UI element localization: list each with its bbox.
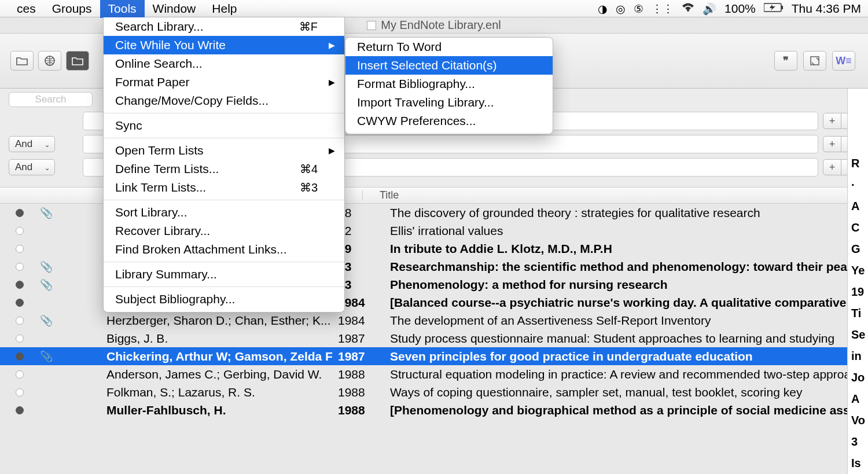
attachment-icon: 📎 <box>29 278 64 291</box>
read-status-icon[interactable] <box>16 388 24 396</box>
menu-item[interactable]: Return To Word <box>345 38 553 56</box>
read-status-icon[interactable] <box>16 263 24 271</box>
cell-author: Anderson, James C.; Gerbing, David W. <box>106 368 338 381</box>
cell-author: Chickering, Arthur W; Gamson, Zelda F <box>106 350 338 363</box>
menu-item[interactable]: Cite While You Write▶ <box>104 36 344 54</box>
read-status-icon[interactable] <box>16 209 24 217</box>
attachment-icon: 📎 <box>29 260 64 273</box>
table-row[interactable]: 📎Chickering, Arthur W; Gamson, Zelda F19… <box>0 347 868 365</box>
menu-item[interactable]: Sync <box>104 116 344 135</box>
tools-menu: Search Library...⌘FCite While You Write▶… <box>103 17 345 313</box>
preview-label: Ye <box>851 263 865 278</box>
cwyw-submenu: Return To WordInsert Selected Citation(s… <box>345 37 553 134</box>
add-row-button[interactable]: + <box>823 113 841 129</box>
menubar-window[interactable]: Window <box>145 0 204 18</box>
insert-citation-button[interactable]: ❞ <box>774 51 797 71</box>
attachment-icon: 📎 <box>29 314 64 327</box>
table-row[interactable]: Biggs, J. B.1987Study process questionna… <box>0 329 868 347</box>
cell-year: 1987 <box>338 350 373 363</box>
integrated-mode-button[interactable] <box>66 51 89 71</box>
cell-title: Structural equation modeling in practice… <box>390 368 868 381</box>
cell-author: Biggs, J. B. <box>106 332 338 346</box>
add-row-button[interactable]: + <box>823 136 841 152</box>
menu-item[interactable]: Link Term Lists...⌘3 <box>104 178 344 197</box>
preview-label: A <box>851 391 865 407</box>
table-row[interactable]: Muller-Fahlbusch, H.1988[Phenomenology a… <box>0 401 868 419</box>
preview-label: C <box>851 220 865 236</box>
attachment-icon: 📎 <box>29 350 64 363</box>
table-row[interactable]: 📎Herzberger, Sharon D.; Chan, Esther; K.… <box>0 311 868 329</box>
read-status-icon[interactable] <box>16 281 24 289</box>
cell-author: Muller-Fahlbusch, H. <box>106 403 338 417</box>
clock[interactable]: Thu 4:36 PM <box>792 2 861 16</box>
shield-icon[interactable]: ⑤ <box>634 2 643 16</box>
volume-icon[interactable]: 🔊 <box>703 2 716 16</box>
bool-selector[interactable]: And <box>9 136 55 152</box>
cell-title: Ellis' irrational values <box>390 224 868 238</box>
table-row[interactable]: Folkman, S.; Lazarus, R. S.1988Ways of c… <box>0 383 868 401</box>
menu-item[interactable]: Import Traveling Library... <box>345 93 553 112</box>
word-button[interactable]: W≡ <box>832 51 855 71</box>
menubar-ces[interactable]: ces <box>9 0 44 18</box>
read-status-icon[interactable] <box>16 406 24 414</box>
cell-year: 1988 <box>338 385 373 399</box>
document-icon <box>367 21 376 30</box>
cell-title: In tribute to Addie L. Klotz, M.D., M.P.… <box>390 242 868 256</box>
cloud-icon[interactable]: ◎ <box>616 2 626 16</box>
menu-item[interactable]: Format Paper▶ <box>104 73 344 91</box>
menu-item[interactable]: Find Broken Attachment Links... <box>104 240 344 259</box>
table-row[interactable]: Anderson, James C.; Gerbing, David W.198… <box>0 365 868 383</box>
read-status-icon[interactable] <box>16 227 24 235</box>
preview-label: Ti <box>851 306 865 321</box>
menu-item[interactable]: Subject Bibliography... <box>104 290 344 308</box>
svg-rect-3 <box>811 57 819 65</box>
cell-title: Ways of coping questionnaire, sampler se… <box>390 385 868 399</box>
read-status-icon[interactable] <box>16 317 24 325</box>
menu-item[interactable]: Library Summary... <box>104 265 344 284</box>
menubar-groups[interactable]: Groups <box>44 0 100 18</box>
menu-item[interactable]: Format Bibliography... <box>345 75 553 93</box>
menu-item[interactable]: Online Search... <box>104 54 344 73</box>
cell-title: [Phenomenology and biographical method a… <box>390 403 868 417</box>
preview-label: in <box>851 348 865 364</box>
search-input[interactable]: Search <box>9 92 93 107</box>
preview-label: 3 <box>851 434 865 450</box>
menu-item[interactable]: CWYW Preferences... <box>345 112 553 130</box>
menu-item[interactable]: Insert Selected Citation(s) <box>345 56 553 75</box>
menubar-tools[interactable]: Tools <box>100 0 145 18</box>
format-button[interactable] <box>803 51 826 71</box>
wifi-icon[interactable] <box>682 2 694 15</box>
cell-year: 1988 <box>338 368 373 381</box>
cell-title: The development of an Assertiveness Self… <box>390 314 868 328</box>
cell-author: Herzberger, Sharon D.; Chan, Esther; K..… <box>106 314 338 328</box>
column-title[interactable]: Title <box>369 189 399 201</box>
read-status-icon[interactable] <box>16 299 24 307</box>
battery-percent: 100% <box>724 2 756 16</box>
preview-label: 19 <box>851 284 865 300</box>
preview-label: Vo <box>851 413 865 428</box>
preview-label: G <box>851 241 865 257</box>
menu-item[interactable]: Change/Move/Copy Fields... <box>104 91 344 110</box>
preview-label: R <box>851 156 865 171</box>
menu-item[interactable]: Recover Library... <box>104 222 344 240</box>
menu-item[interactable]: Open Term Lists▶ <box>104 141 344 160</box>
add-row-button[interactable]: + <box>823 159 841 175</box>
online-search-button[interactable] <box>38 51 61 71</box>
read-status-icon[interactable] <box>16 370 24 379</box>
menu-item[interactable]: Define Term Lists...⌘4 <box>104 160 344 178</box>
local-library-button[interactable] <box>10 51 34 71</box>
read-status-icon[interactable] <box>16 245 24 253</box>
cell-year: 1984 <box>338 314 373 328</box>
preview-label: Is <box>851 455 865 471</box>
menu-item[interactable]: Sort Library... <box>104 203 344 222</box>
cell-author: Folkman, S.; Lazarus, R. S. <box>106 385 338 399</box>
bluetooth-icon[interactable]: ⋮⋮ <box>652 2 674 16</box>
menubar-help[interactable]: Help <box>204 0 245 18</box>
cell-title: Study process questionnaire manual: Stud… <box>390 332 868 346</box>
svg-rect-1 <box>781 6 783 9</box>
bool-selector[interactable]: And <box>9 159 55 175</box>
menu-item[interactable]: Search Library...⌘F <box>104 17 344 36</box>
read-status-icon[interactable] <box>16 335 24 343</box>
read-status-icon[interactable] <box>16 352 24 361</box>
location-icon[interactable]: ◑ <box>598 2 608 16</box>
